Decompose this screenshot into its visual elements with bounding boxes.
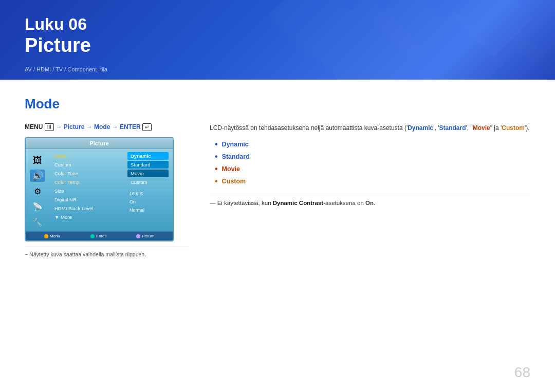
left-column: MENU III → Picture → Mode → ENTER ↵ Pict… [25,123,189,257]
tv-val-dynamic: Dynamic [127,152,169,160]
page-number: 68 [514,364,530,381]
desc-dynamic: Dynamic [408,124,433,132]
menu-dot [44,234,48,238]
enter-dot [90,234,95,238]
menu-item-more: ▼ More [52,213,123,221]
tv-val-size: 16:9 S [127,190,169,197]
menu-item-custom: Custom [52,161,123,169]
menu-item-size: Size [52,187,123,195]
tv-menu: Mode Custom Color Tone Color Temp. Size … [52,152,123,228]
menu-icon: III [45,123,54,131]
tv-val-standard: Standard [127,161,169,169]
bullet-standard: Standard [215,153,530,161]
tv-value-col: Dynamic Standard Movie Custom 16:9 S On … [127,152,169,228]
right-column: LCD-näytössä on tehdasasetuksena neljä a… [210,123,530,208]
bullet-movie: Movie [215,165,530,173]
header-text: Luku 06 Picture [25,14,91,58]
description-text: LCD-näytössä on tehdasasetuksena neljä a… [210,123,530,133]
tv-val-custom: Custom [127,178,169,186]
return-dot [136,234,140,238]
bullet-custom: Custom [215,177,530,185]
content-grid: MENU III → Picture → Mode → ENTER ↵ Pict… [25,123,530,257]
tv-icon-4: 📡 [30,200,45,213]
tv-screenshot: Picture 🖼 🔊 ⚙ 📡 🔧 Mode Custom Color [25,137,174,241]
tv-btn-return: Return [136,234,154,238]
tv-title-bar: Picture [26,138,173,149]
section-title: Mode [25,96,530,112]
tv-btn-enter: Enter [90,234,106,238]
header-subtitle: AV / HDMI / TV / Component -tila [25,66,107,72]
menu-item-hdmi: HDMI Black Level [52,204,123,212]
menu-btn-label: Menu [50,234,60,238]
tv-icon-5: 🔧 [30,216,45,228]
desc-movie: Movie [473,124,490,132]
desc-custom: Custom [502,124,525,132]
menu-item-digital-nr: Digital NR [52,196,123,203]
tv-icon-1: 🖼 [30,154,45,166]
menu-path: → Picture → Mode → ENTER [55,123,140,130]
tv-icon-3: ⚙ [30,185,45,197]
note-text: Ei käytettävissä, kun Dynamic Contrast-a… [210,194,530,208]
tv-icon-2: 🔊 [30,170,45,182]
footnote: Näytetty kuva saattaa vaihdella mallista… [25,247,189,257]
page-title: Picture [25,34,91,58]
bullet-list: Dynamic Standard Movie Custom [210,140,530,185]
main-content: Mode MENU III → Picture → Mode → ENTER ↵… [0,80,555,257]
page-header: Luku 06 Picture AV / HDMI / TV / Compone… [0,0,555,80]
tv-btn-menu: Menu [44,234,60,238]
tv-icons: 🖼 🔊 ⚙ 📡 🔧 [30,152,48,228]
menu-item-mode: Mode [52,152,123,160]
tv-bottom-bar: Menu Enter Return [26,231,173,240]
menu-item-color-tone: Color Tone [52,170,123,177]
enter-icon: ↵ [142,123,152,131]
header-decoration [250,0,555,80]
desc-standard: Standard [439,124,466,132]
enter-btn-label: Enter [96,234,106,238]
menu-instruction: MENU III → Picture → Mode → ENTER ↵ [25,123,189,131]
note-on: On [365,200,374,206]
tv-val-movie: Movie [127,170,169,177]
menu-label: MENU [25,123,43,130]
menu-item-color-temp: Color Temp. [52,178,123,186]
tv-val-on: On [127,198,169,206]
return-btn-label: Return [142,234,154,238]
tv-body: 🖼 🔊 ⚙ 📡 🔧 Mode Custom Color Tone Color T… [26,149,173,231]
chapter-label: Luku 06 [25,14,91,34]
note-bold: Dynamic Contrast [273,200,323,206]
tv-val-normal: Normal [127,207,169,214]
bullet-dynamic: Dynamic [215,140,530,148]
